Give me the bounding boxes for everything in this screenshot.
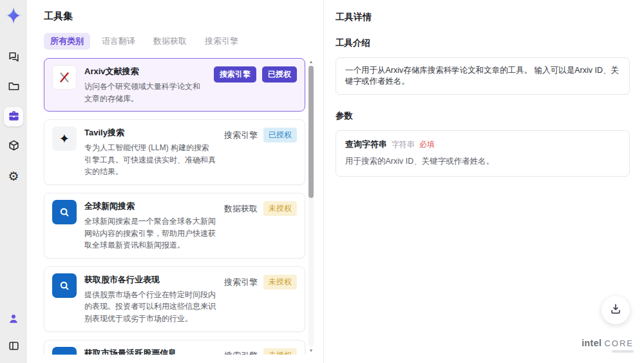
sidebar-item-collapse[interactable]	[4, 337, 23, 357]
arxiv-logo-icon	[52, 65, 77, 90]
param-required-badge: 必填	[419, 139, 435, 150]
search-icon	[52, 347, 77, 355]
auth-badge: 已授权	[262, 66, 297, 83]
detail-title: 工具详情	[336, 12, 630, 23]
folder-icon	[8, 80, 20, 95]
user-icon	[8, 313, 19, 327]
auth-badge: 已授权	[263, 128, 297, 142]
tool-title: Tavily搜索	[84, 127, 216, 139]
download-button[interactable]	[601, 296, 630, 324]
tool-description: 访问各个研究领域大量科学论文和文章的存储库。	[84, 81, 206, 104]
panel-icon	[8, 340, 20, 355]
intel-core-logo: intelCORE	[582, 338, 634, 353]
tool-description: 全球新闻搜索是一个聚合全球各大新闻网站内容的搜索引擎，帮助用户快速获取全球最新资…	[84, 215, 216, 251]
tool-card-tavily[interactable]: ✦ Tavily搜索 专为人工智能代理 (LLM) 构建的搜索引擎工具。可快速提…	[44, 119, 305, 185]
page-title: 工具集	[44, 10, 323, 23]
tool-card-active-stocks[interactable]: 获取市场最活跃股票信息 提供当天交易量最高的股票列表，投资者可以利用这些信息来识…	[44, 340, 305, 355]
param-type: 字符串	[392, 139, 415, 150]
tool-detail-panel: 工具详情 工具介绍 一个用于从Arxiv存储库搜索科学论文和文章的工具。 输入可…	[324, 0, 644, 363]
sidebar-item-tools[interactable]	[4, 107, 23, 126]
brand-intel-text: intel	[582, 338, 601, 348]
category-tag: 搜索引擎	[224, 275, 258, 288]
param-name: 查询字符串	[345, 139, 387, 150]
brand-underline	[612, 350, 634, 353]
sidebar-item-chat[interactable]	[4, 48, 23, 67]
cube-icon	[8, 139, 20, 154]
intro-section-title: 工具介绍	[336, 37, 630, 49]
gear-icon: ⚙	[8, 170, 19, 182]
auth-badge: 未授权	[263, 348, 297, 355]
tab-language-translation[interactable]: 语言翻译	[95, 33, 142, 50]
auth-badge: 未授权	[263, 275, 297, 289]
tool-title: 获取市场最活跃股票信息	[84, 348, 216, 355]
scroll-down-icon[interactable]: ▼	[308, 348, 314, 353]
tab-all-categories[interactable]: 所有类别	[44, 33, 90, 50]
tool-title: 获取股市各行业表现	[84, 274, 216, 286]
chat-icon	[8, 50, 20, 65]
tab-search-engine[interactable]: 搜索引擎	[198, 33, 245, 50]
brand-core-text: CORE	[604, 338, 634, 348]
category-tag: 数据获取	[224, 201, 258, 215]
category-tag: 搜索引擎	[214, 66, 256, 83]
auth-badge: 未授权	[263, 201, 297, 216]
tool-list-panel: 工具集 所有类别 语言翻译 数据获取 搜索引擎 Arxiv文献搜	[27, 0, 324, 363]
scroll-up-icon[interactable]: ▲	[308, 59, 314, 64]
download-icon	[609, 302, 622, 318]
tab-data-fetch[interactable]: 数据获取	[147, 33, 193, 50]
params-section-title: 参数	[336, 110, 630, 122]
app-logo	[3, 5, 24, 26]
search-icon	[52, 273, 77, 298]
list-scrollbar[interactable]: ▲ ▼	[308, 59, 314, 353]
tool-card-sector-performance[interactable]: 获取股市各行业表现 提供股票市场各个行业在特定时间段内的表现。投资者可以利用这些…	[44, 266, 305, 332]
sidebar-item-settings[interactable]: ⚙	[4, 166, 23, 186]
tool-title: 全球新闻搜索	[84, 201, 216, 212]
parameter-item: 查询字符串 字符串 必填 用于搜索的Arxiv ID、关键字或作者姓名。	[336, 130, 630, 177]
toolbox-icon	[8, 110, 20, 124]
tool-title: Arxiv文献搜索	[84, 66, 206, 77]
sparkle-icon: ✦	[52, 126, 77, 151]
sidebar-rail: ⚙	[0, 0, 27, 363]
category-tag: 搜索引擎	[224, 348, 258, 355]
tool-card-global-news[interactable]: 全球新闻搜索 全球新闻搜索是一个聚合全球各大新闻网站内容的搜索引擎，帮助用户快速…	[44, 193, 305, 259]
sidebar-item-files[interactable]	[4, 77, 23, 97]
tool-card-arxiv[interactable]: Arxiv文献搜索 访问各个研究领域大量科学论文和文章的存储库。 搜索引擎 已授…	[44, 58, 305, 112]
tool-description: 专为人工智能代理 (LLM) 构建的搜索引擎工具。可快速提供实时、准确和真实的结…	[84, 142, 216, 178]
main-area: 工具集 所有类别 语言翻译 数据获取 搜索引擎 Arxiv文献搜	[27, 0, 644, 363]
sidebar-item-account[interactable]	[4, 310, 23, 329]
scrollbar-thumb[interactable]	[308, 66, 314, 198]
tool-list: Arxiv文献搜索 访问各个研究领域大量科学论文和文章的存储库。 搜索引擎 已授…	[44, 58, 314, 355]
category-tag: 搜索引擎	[224, 128, 258, 141]
param-description: 用于搜索的Arxiv ID、关键字或作者姓名。	[345, 156, 620, 167]
category-tabs: 所有类别 语言翻译 数据获取 搜索引擎	[44, 33, 323, 50]
search-icon	[52, 200, 77, 224]
tool-description: 提供股票市场各个行业在特定时间段内的表现。投资者可以利用这些信息来识别表现优于或…	[84, 289, 216, 325]
tool-intro-text: 一个用于从Arxiv存储库搜索科学论文和文章的工具。 输入可以是Arxiv ID…	[336, 57, 630, 95]
sidebar-item-models[interactable]	[4, 137, 23, 156]
